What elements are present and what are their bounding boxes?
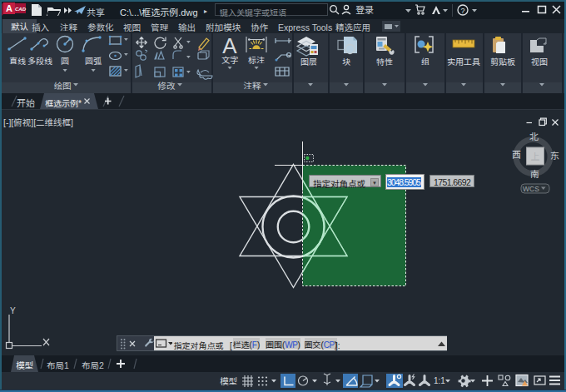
svg-text:文字: 文字: [221, 53, 238, 66]
svg-text:注释: 注释: [244, 79, 261, 92]
svg-text:修改: 修改: [157, 79, 176, 92]
svg-text:北: 北: [529, 129, 539, 142]
svg-text:1:1: 1:1: [434, 376, 445, 385]
svg-text:组: 组: [421, 55, 429, 67]
svg-text:块: 块: [342, 55, 350, 67]
svg-text:视图: 视图: [531, 55, 548, 67]
svg-text:直线: 直线: [9, 54, 26, 67]
svg-text:上: 上: [531, 149, 540, 162]
svg-text:圆: 圆: [61, 54, 69, 67]
svg-text:南: 南: [530, 166, 539, 180]
svg-text:WCS: WCS: [523, 183, 539, 193]
svg-text:Y: Y: [10, 306, 16, 315]
svg-text:实用工具: 实用工具: [447, 55, 480, 67]
svg-text:特性: 特性: [376, 55, 393, 67]
svg-text:图层: 图层: [300, 55, 317, 67]
svg-text:A: A: [6, 2, 12, 14]
svg-text:西: 西: [512, 147, 521, 161]
svg-text:圆弧: 圆弧: [85, 54, 102, 67]
svg-text:剪贴板: 剪贴板: [490, 55, 515, 67]
svg-text:多段线: 多段线: [27, 54, 52, 67]
svg-text:东: 东: [550, 148, 559, 161]
svg-text:模型: 模型: [220, 375, 237, 387]
svg-text:登录: 登录: [355, 4, 374, 16]
svg-text:绘图: 绘图: [54, 79, 72, 92]
svg-text:标注: 标注: [248, 53, 265, 66]
svg-text:CAD: CAD: [15, 5, 27, 12]
svg-text:?: ?: [460, 5, 464, 16]
